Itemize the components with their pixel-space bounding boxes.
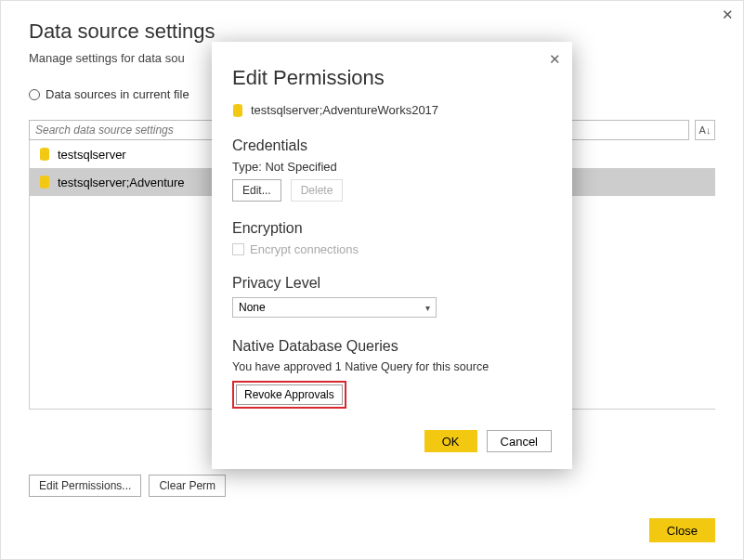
scope-current-file-label: Data sources in current file (46, 87, 189, 101)
close-button[interactable]: Close (649, 518, 715, 542)
list-item-label: testsqlserver;Adventure (58, 176, 185, 189)
database-icon (39, 148, 50, 161)
encryption-heading: Encryption (232, 220, 552, 237)
privacy-heading: Privacy Level (232, 275, 552, 292)
database-icon (39, 176, 50, 189)
svg-point-0 (40, 148, 49, 151)
dialog-close-icon[interactable]: ✕ (549, 51, 561, 68)
edit-permissions-button[interactable]: Edit Permissions... (29, 475, 141, 497)
clear-permissions-button[interactable]: Clear Perm (149, 475, 226, 497)
privacy-level-value: None (239, 301, 266, 314)
privacy-level-select[interactable]: None ▾ (232, 297, 437, 318)
ok-button[interactable]: OK (424, 430, 477, 452)
dialog-title: Edit Permissions (232, 66, 552, 90)
dialog-source-name: testsqlserver;AdventureWorks2017 (251, 103, 438, 117)
edit-permissions-dialog: ✕ Edit Permissions testsqlserver;Adventu… (212, 42, 572, 469)
credentials-heading: Credentials (232, 137, 552, 154)
close-icon[interactable]: ✕ (722, 7, 734, 23)
encrypt-connections-label: Encrypt connections (250, 242, 359, 256)
list-item-label: testsqlserver (58, 148, 126, 162)
revoke-approvals-button[interactable]: Revoke Approvals (236, 384, 343, 405)
sort-az-icon: A↓ (699, 124, 711, 136)
revoke-highlight: Revoke Approvals (232, 381, 346, 409)
native-queries-message: You have approved 1 Native Query for thi… (232, 360, 552, 373)
sort-button[interactable]: A↓ (695, 120, 715, 140)
chevron-down-icon: ▾ (425, 303, 430, 313)
page-title: Data source settings (29, 20, 743, 44)
credentials-delete-button: Delete (291, 179, 344, 202)
svg-point-2 (233, 104, 242, 108)
credentials-edit-button[interactable]: Edit... (232, 179, 281, 202)
credentials-type: Type: Not Specified (232, 160, 552, 174)
native-queries-heading: Native Database Queries (232, 338, 552, 355)
cancel-button[interactable]: Cancel (487, 430, 552, 452)
svg-point-1 (40, 176, 49, 179)
encrypt-connections-checkbox (232, 243, 244, 255)
database-icon (232, 104, 243, 117)
scope-current-file-radio[interactable] (29, 89, 40, 100)
